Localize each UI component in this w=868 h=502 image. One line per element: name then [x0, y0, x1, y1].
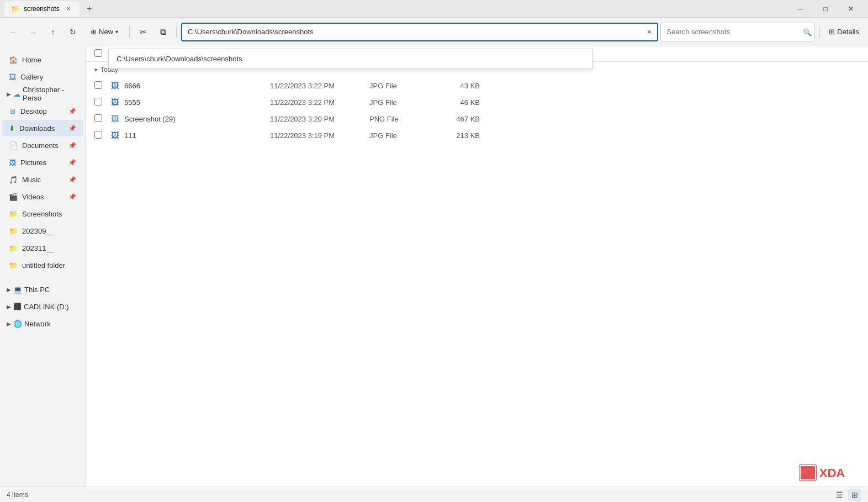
forward-button[interactable]: →	[24, 23, 42, 41]
file-date-6666: 11/22/2023 3:22 PM	[270, 82, 369, 90]
downloads-icon: ⬇	[9, 124, 15, 133]
table-row[interactable]: 🖼 Screenshot (29) 11/22/2023 3:20 PM PNG…	[86, 110, 868, 127]
refresh-button[interactable]: ↻	[64, 23, 82, 41]
sidebar-item-pictures[interactable]: 🖼 Pictures 📌	[2, 154, 83, 171]
detail-view-button[interactable]: ⊞	[848, 489, 861, 501]
pin-icon-videos: 📌	[68, 193, 76, 200]
file-icon-5555: 🖼	[110, 97, 120, 107]
sidebar-item-cadlink[interactable]: ▶ ⬛ CADLINK (D:)	[2, 298, 83, 315]
sidebar-item-202311[interactable]: 📁 202311__	[2, 240, 83, 256]
file-size-5555: 46 KB	[436, 98, 491, 107]
tab-close-button[interactable]: ✕	[64, 4, 73, 13]
file-area: Name ▲ Date modified ▲ Type Size ▾ Today	[86, 46, 868, 487]
main-container: 🏠 Home 🖼 Gallery ▶ ☁ Christopher - Perso…	[0, 46, 868, 487]
close-button[interactable]: ✕	[838, 0, 864, 18]
folder-202311-icon: 📁	[9, 244, 18, 252]
new-button[interactable]: ⊕ New ▾	[84, 23, 125, 41]
file-date-5555: 11/22/2023 3:22 PM	[270, 98, 369, 107]
file-size-6666: 43 KB	[436, 82, 491, 90]
toolbar: ← → ↑ ↻ ⊕ New ▾ ✂ ⧉ ✕ 🔍 ⊞ Details	[0, 18, 868, 46]
sidebar-item-home[interactable]: 🏠 Home	[2, 51, 83, 68]
search-input[interactable]	[660, 23, 815, 41]
address-clear-button[interactable]: ✕	[644, 27, 655, 38]
table-row[interactable]: 🖼 6666 11/22/2023 3:22 PM JPG File 43 KB	[86, 77, 868, 94]
sidebar-item-network[interactable]: ▶ 🌐 Network	[2, 315, 83, 332]
expand-icon-pc: ▶	[7, 287, 11, 293]
svg-rect-0	[799, 464, 817, 481]
sidebar-item-screenshots[interactable]: 📁 Screenshots	[2, 205, 83, 222]
pin-icon-desktop: 📌	[68, 108, 76, 115]
folder-untitled-icon: 📁	[9, 261, 18, 270]
toolbar-separator-1	[129, 27, 130, 38]
file-type-6666: JPG File	[369, 82, 436, 90]
cloud-icon: ☁	[13, 90, 20, 98]
sidebar-item-videos[interactable]: 🎬 Videos 📌	[2, 188, 83, 205]
xda-watermark: XDA	[796, 459, 868, 487]
toolbar-separator-2	[176, 27, 177, 38]
expand-icon-network: ▶	[7, 321, 11, 327]
minimize-button[interactable]: —	[787, 0, 813, 18]
file-size-111: 213 KB	[436, 131, 491, 140]
plus-icon: ⊕	[91, 28, 97, 36]
file-date-screenshot29: 11/22/2023 3:20 PM	[270, 115, 369, 123]
pin-icon-downloads: 📌	[68, 125, 76, 132]
videos-icon: 🎬	[9, 193, 18, 201]
collapse-icon: ▾	[94, 67, 97, 73]
documents-icon: 📄	[9, 141, 18, 150]
pin-icon-documents: 📌	[68, 142, 76, 149]
table-row[interactable]: 🖼 111 11/22/2023 3:19 PM JPG File 213 KB	[86, 127, 868, 144]
file-icon-111: 🖼	[110, 130, 120, 140]
table-row[interactable]: 🖼 5555 11/22/2023 3:22 PM JPG File 46 KB	[86, 94, 868, 110]
chevron-down-icon: ▾	[115, 29, 118, 35]
folder-202309-icon: 📁	[9, 227, 18, 235]
sidebar-item-gallery[interactable]: 🖼 Gallery	[2, 68, 83, 85]
autocomplete-item[interactable]: C:\Users\cburk\Downloads\screenshots	[109, 49, 592, 68]
item-count: 4 items	[7, 491, 28, 499]
maximize-button[interactable]: □	[813, 0, 838, 18]
gallery-icon: 🖼	[9, 73, 16, 81]
sidebar-item-downloads[interactable]: ⬇ Downloads 📌	[2, 120, 83, 136]
sidebar-item-music[interactable]: 🎵 Music 📌	[2, 171, 83, 188]
address-bar[interactable]	[181, 23, 658, 41]
sidebar-item-202309[interactable]: 📁 202309__	[2, 223, 83, 239]
screenshots-folder-icon: 📁	[9, 210, 18, 218]
row-checkbox-5555[interactable]	[94, 98, 105, 107]
select-all-checkbox[interactable]	[94, 49, 105, 59]
toolbar-separator-3	[819, 27, 820, 38]
pictures-icon: 🖼	[9, 158, 16, 167]
new-tab-button[interactable]: +	[82, 1, 97, 17]
row-checkbox-6666[interactable]	[94, 81, 105, 91]
file-name-6666: 6666	[124, 82, 270, 90]
row-checkbox-screenshot29[interactable]	[94, 114, 105, 124]
file-type-5555: JPG File	[369, 98, 436, 107]
file-name-5555: 5555	[124, 98, 270, 107]
tab-title: screenshots	[24, 5, 60, 13]
details-icon: ⊞	[829, 28, 835, 36]
search-wrapper: 🔍	[660, 23, 815, 41]
back-button[interactable]: ←	[4, 23, 22, 41]
autocomplete-dropdown: C:\Users\cburk\Downloads\screenshots	[108, 49, 593, 69]
select-all-input[interactable]	[94, 49, 102, 57]
tab-folder-icon: 📁	[11, 5, 19, 13]
title-bar: 📁 screenshots ✕ + — □ ✕	[0, 0, 868, 18]
sidebar-item-untitled[interactable]: 📁 untitled folder	[2, 257, 83, 273]
svg-text:XDA: XDA	[819, 466, 845, 480]
file-icon-6666: 🖼	[110, 81, 120, 91]
sidebar-item-thispc[interactable]: ▶ 💻 This PC	[2, 281, 83, 298]
pin-icon-music: 📌	[68, 176, 76, 183]
file-name-screenshot29: Screenshot (29)	[124, 115, 270, 123]
cut-button[interactable]: ✂	[134, 23, 152, 41]
music-icon: 🎵	[9, 176, 18, 184]
sidebar-item-christopher[interactable]: ▶ ☁ Christopher - Perso	[2, 86, 83, 102]
file-type-111: JPG File	[369, 131, 436, 140]
details-view-button[interactable]: ⊞ Details	[824, 23, 864, 41]
sidebar-item-desktop[interactable]: 🖥 Desktop 📌	[2, 103, 83, 119]
active-tab[interactable]: 📁 screenshots ✕	[4, 1, 80, 17]
copy-button[interactable]: ⧉	[154, 23, 172, 41]
sidebar-item-documents[interactable]: 📄 Documents 📌	[2, 137, 83, 154]
row-checkbox-111[interactable]	[94, 131, 105, 140]
up-button[interactable]: ↑	[44, 23, 62, 41]
expand-icon: ▶	[7, 91, 11, 97]
file-icon-screenshot29: 🖼	[110, 114, 120, 124]
list-view-button[interactable]: ☰	[833, 489, 846, 501]
